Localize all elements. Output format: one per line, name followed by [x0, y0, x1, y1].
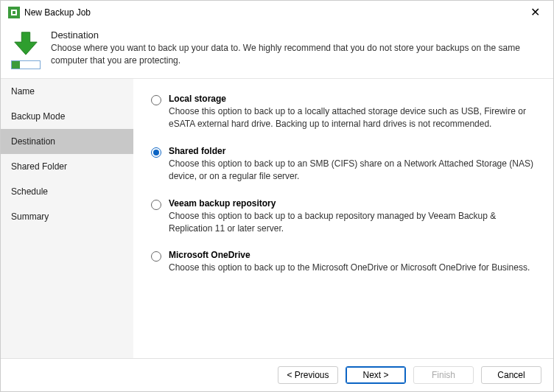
option-onedrive[interactable]: Microsoft OneDrive Choose this option to…	[151, 250, 536, 274]
sidebar-item-shared-folder[interactable]: Shared Folder	[1, 154, 133, 179]
option-veeam-repo[interactable]: Veeam backup repository Choose this opti…	[151, 198, 536, 236]
close-icon[interactable]: ✕	[525, 5, 546, 19]
wizard-header: Destination Choose where you want to bac…	[1, 24, 553, 78]
option-title: Shared folder	[169, 146, 536, 156]
sidebar-item-backup-mode[interactable]: Backup Mode	[1, 104, 133, 129]
window-title: New Backup Job	[24, 7, 91, 18]
radio-local-storage[interactable]	[151, 95, 161, 105]
radio-onedrive[interactable]	[151, 251, 161, 262]
wizard-footer: < Previous Next > Finish Cancel	[1, 358, 553, 391]
sidebar-item-destination[interactable]: Destination	[1, 129, 133, 154]
sidebar-item-summary[interactable]: Summary	[1, 204, 133, 229]
sidebar-item-name[interactable]: Name	[1, 79, 133, 104]
option-description: Choose this option to back up to the Mic…	[169, 262, 536, 274]
option-title: Microsoft OneDrive	[169, 250, 536, 260]
option-description: Choose this option to back up to a local…	[169, 105, 536, 131]
sidebar-item-schedule[interactable]: Schedule	[1, 179, 133, 204]
title-bar: New Backup Job ✕	[1, 1, 553, 24]
page-description: Choose where you want to back up your da…	[51, 42, 543, 68]
wizard-body: Name Backup Mode Destination Shared Fold…	[1, 78, 553, 358]
option-local-storage[interactable]: Local storage Choose this option to back…	[151, 94, 536, 131]
option-shared-folder[interactable]: Shared folder Choose this option to back…	[151, 146, 536, 183]
option-description: Choose this option to back up to an SMB …	[169, 158, 536, 183]
radio-veeam-repo[interactable]	[151, 200, 161, 210]
option-title: Veeam backup repository	[169, 198, 536, 209]
app-icon	[8, 7, 20, 18]
option-description: Choose this option to back up to a backu…	[169, 210, 536, 236]
radio-shared-folder[interactable]	[151, 147, 161, 158]
wizard-content: Local storage Choose this option to back…	[133, 79, 553, 358]
header-graphic	[11, 29, 41, 69]
wizard-steps-sidebar: Name Backup Mode Destination Shared Fold…	[1, 79, 133, 358]
finish-button: Finish	[413, 366, 474, 384]
cancel-button[interactable]: Cancel	[481, 366, 541, 384]
previous-button[interactable]: < Previous	[278, 366, 338, 384]
page-title: Destination	[51, 29, 543, 41]
svg-rect-2	[13, 11, 15, 14]
next-button[interactable]: Next >	[346, 366, 406, 384]
option-title: Local storage	[169, 94, 536, 104]
download-arrow-icon	[12, 29, 40, 57]
disk-usage-icon	[11, 60, 41, 69]
